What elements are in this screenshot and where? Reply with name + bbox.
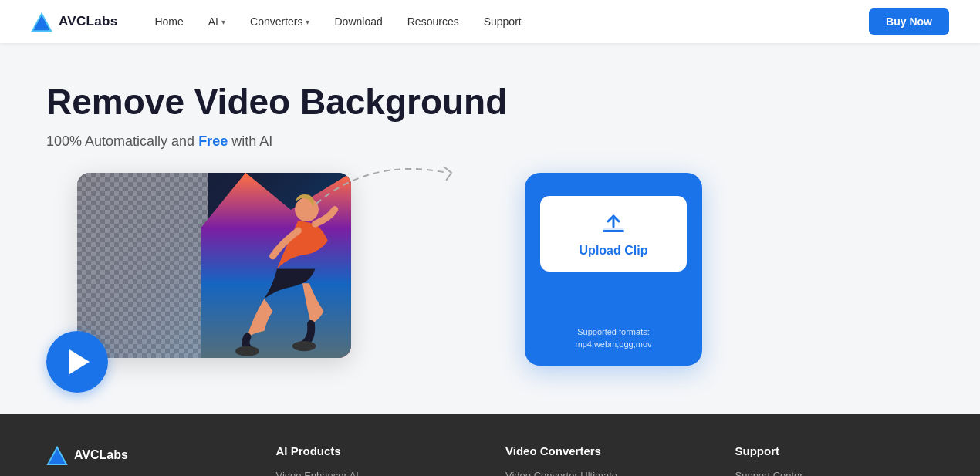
transparent-background	[77, 173, 208, 358]
footer-logo-icon	[46, 444, 68, 466]
svg-point-3	[235, 346, 259, 356]
nav-converters[interactable]: Converters ▾	[250, 15, 309, 28]
svg-marker-0	[32, 14, 51, 31]
hero-title: Remove Video Background	[46, 82, 509, 123]
nav-download[interactable]: Download	[334, 15, 382, 28]
ai-dropdown-arrow: ▾	[221, 18, 225, 26]
footer-link-video-converter-ultimate[interactable]: Video Converter Ultimate	[505, 470, 705, 476]
play-icon	[69, 349, 90, 374]
runner-figure	[231, 188, 340, 358]
header: AVCLabs Home AI ▾ Converters ▾ Download …	[0, 0, 980, 43]
subtitle-plain: 100% Automatically and	[46, 133, 198, 149]
footer: AVCLabs Provide AI Technology Solutions …	[0, 414, 980, 476]
hero-section: Remove Video Background 100% Automatical…	[0, 43, 980, 414]
footer-col-ai-title: AI Products	[276, 444, 475, 457]
upload-button-label: Upload Clip	[580, 244, 648, 258]
logo[interactable]: AVCLabs	[31, 11, 117, 32]
footer-logo-row: AVCLabs	[46, 444, 245, 466]
upload-card: Upload Clip Supported formats: mp4,webm,…	[525, 173, 702, 366]
logo-text: AVCLabs	[59, 14, 117, 29]
hero-subtitle: 100% Automatically and Free with AI	[46, 133, 934, 150]
arrow-curve	[309, 150, 478, 211]
svg-rect-6	[603, 230, 624, 232]
nav-resources[interactable]: Resources	[407, 15, 459, 28]
upload-formats: Supported formats: mp4,webm,ogg,mov	[540, 326, 687, 350]
upload-button[interactable]: Upload Clip	[540, 196, 687, 272]
footer-brand: AVCLabs Provide AI Technology Solutions …	[46, 444, 245, 476]
subtitle-free: Free	[198, 133, 228, 149]
upload-icon	[600, 210, 627, 238]
footer-logo-text: AVCLabs	[74, 448, 128, 462]
logo-icon	[31, 11, 52, 32]
nav-home[interactable]: Home	[154, 15, 183, 28]
nav-support[interactable]: Support	[484, 15, 522, 28]
footer-link-support-center[interactable]: Support Center	[735, 470, 934, 476]
footer-grid: AVCLabs Provide AI Technology Solutions …	[46, 444, 934, 476]
subtitle-end: with AI	[228, 133, 272, 149]
footer-col-video-converters: Video Converters Video Converter Ultimat…	[505, 444, 705, 476]
svg-marker-7	[48, 447, 66, 464]
footer-col-support: Support Support Center FAQ Center Contac…	[735, 444, 934, 476]
main-nav: Home AI ▾ Converters ▾ Download Resource…	[154, 15, 869, 28]
buy-now-button[interactable]: Buy Now	[869, 8, 949, 35]
svg-point-4	[292, 341, 316, 351]
hero-visual: Upload Clip Supported formats: mp4,webm,…	[46, 165, 934, 381]
nav-ai[interactable]: AI ▾	[208, 15, 225, 28]
footer-col-ai-products: AI Products Video Enhancer AI Photo Enha…	[276, 444, 475, 476]
footer-col-support-title: Support	[735, 444, 934, 457]
play-button[interactable]	[46, 331, 108, 393]
footer-col-converters-title: Video Converters	[505, 444, 705, 457]
converters-dropdown-arrow: ▾	[306, 18, 309, 26]
footer-link-video-enhancer-ai[interactable]: Video Enhancer AI	[276, 470, 475, 476]
